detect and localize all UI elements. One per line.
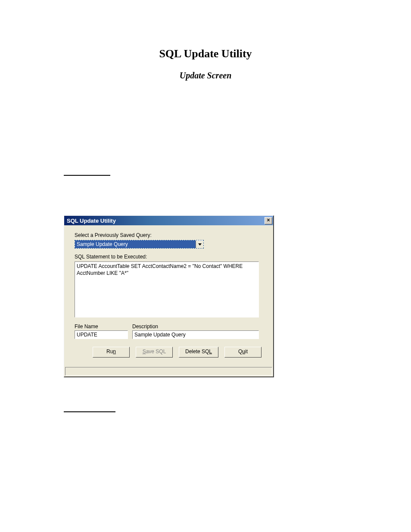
horizontal-rule (64, 411, 115, 412)
description-input[interactable]: Sample Update Query (132, 330, 259, 339)
sql-statement-textarea[interactable]: UPDATE AccountTable SET AcctContactName2… (75, 261, 259, 317)
saved-query-label: Select a Previously Saved Query: (75, 232, 266, 238)
description-label: Description (132, 324, 266, 330)
saved-query-value: Sample Update Query (75, 240, 196, 248)
page-subtitle: Update Screen (0, 71, 411, 81)
delete-sql-button[interactable]: Delete SQL (179, 347, 218, 358)
filename-label: File Name (75, 324, 132, 330)
dialog-window: SQL Update Utility × Select a Previously… (64, 215, 274, 377)
page-title: SQL Update Utility (0, 47, 411, 60)
run-button[interactable]: Run (93, 347, 130, 358)
button-row: Run Save SQL Delete SQL Quit (93, 347, 266, 358)
quit-button[interactable]: Quit (224, 347, 262, 358)
saved-query-combobox[interactable]: Sample Update Query (75, 240, 204, 249)
chevron-down-icon (198, 243, 202, 246)
combobox-dropdown-button[interactable] (196, 240, 203, 248)
window-title: SQL Update Utility (67, 218, 116, 224)
horizontal-rule (64, 175, 110, 176)
close-icon: × (267, 217, 270, 223)
sql-statement-label: SQL Statement to be Executed: (75, 254, 266, 260)
filename-input[interactable]: UPDATE (75, 330, 128, 339)
close-button[interactable]: × (265, 217, 272, 224)
status-bar (65, 367, 272, 376)
dialog-client-area: Select a Previously Saved Query: Sample … (64, 225, 273, 367)
save-sql-button: Save SQL (136, 347, 173, 358)
title-bar: SQL Update Utility × (64, 216, 273, 225)
